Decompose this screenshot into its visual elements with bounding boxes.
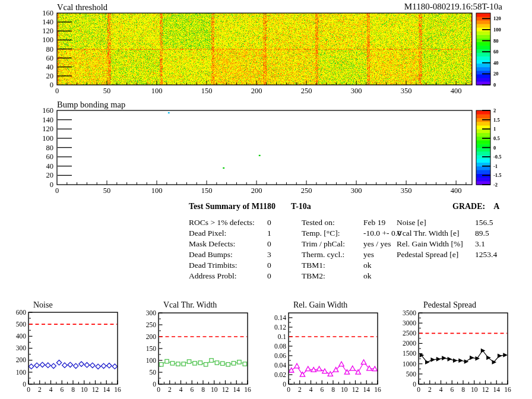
- pedestal-plot-marker: [430, 357, 435, 362]
- vcal-colorbar-band: [476, 42, 490, 46]
- bump-map-x-tick-label: 400: [451, 186, 462, 195]
- vcal-colorbar-tick-label: 100: [493, 27, 501, 33]
- vcal-width-plot-x-tick-label: 6: [190, 386, 194, 393]
- plots-svg: 0204060801001201401600501001502002503003…: [0, 0, 532, 399]
- gain-width-plot-x-tick-label: 6: [320, 386, 324, 393]
- summary-row: Therm. cycl.:yes: [302, 249, 401, 260]
- vcal-map-y-tick-label: 20: [46, 72, 54, 80]
- pedestal-plot-y-tick-label: 3000: [403, 319, 416, 327]
- summary-subtitle: T-10a: [291, 202, 311, 211]
- bump-colorbar-band: [476, 148, 490, 152]
- row-value: 0: [267, 271, 271, 280]
- noise-plot-x-tick-label: 2: [38, 386, 42, 393]
- noise-plot-marker: [68, 362, 72, 367]
- vcal-width-plot-marker: [215, 361, 218, 365]
- bump-colorbar-band: [476, 178, 490, 182]
- pedestal-plot-x-tick-label: 14: [493, 386, 501, 393]
- vcal-map-x-tick-label: 200: [251, 87, 262, 95]
- noise-plot-marker: [112, 364, 117, 369]
- vcal-colorbar-band: [476, 13, 490, 17]
- vcal-colorbar-band: [476, 20, 490, 24]
- bump-map-y-tick-label: 40: [46, 162, 54, 170]
- row-value: 0: [267, 261, 271, 270]
- bump-map-x-tick-label: 100: [151, 186, 163, 195]
- noise-plot-marker: [34, 363, 39, 368]
- vcal-colorbar-band: [476, 49, 490, 53]
- row-label: Vcal Thr. Width [e]: [397, 228, 475, 239]
- vcal-map-x-tick-label: 100: [151, 87, 163, 95]
- row-label: Noise [e]: [397, 217, 475, 228]
- row-label: TBM2:: [302, 271, 363, 281]
- summary-row: Trim / phCal:yes / yes: [302, 239, 401, 249]
- bump-map-y-tick-label: 100: [42, 134, 53, 142]
- vcal-map-x-tick-label: 150: [201, 87, 213, 95]
- pedestal-plot-frame: [419, 313, 508, 384]
- grade: GRADE:A: [452, 202, 499, 211]
- bump-map-x-tick-label: 200: [251, 186, 262, 195]
- row-label: Dead Bumps:: [189, 249, 267, 260]
- noise-plot-y-tick-label: 600: [16, 309, 27, 316]
- row-value: ok: [363, 271, 372, 280]
- noise-plot-x-tick-label: 6: [60, 386, 64, 393]
- vcal-map-y-tick-label: 120: [42, 27, 53, 35]
- vcal-width-plot-y-tick-label: 250: [146, 321, 157, 328]
- pedestal-plot-marker: [453, 358, 458, 363]
- row-value: 1: [267, 229, 271, 238]
- summary-row: Rel. Gain Width [%]3.1: [397, 239, 497, 249]
- pedestal-plot-marker: [458, 358, 463, 363]
- results-column: Noise [e]156.5 Vcal Thr. Width [e]89.5 R…: [397, 217, 497, 260]
- vcal-width-plot-y-tick-label: 200: [146, 333, 157, 340]
- row-value: 0: [267, 218, 271, 227]
- noise-plot-y-tick-label: 300: [16, 344, 27, 352]
- pedestal-plot-marker: [442, 356, 446, 360]
- vcal-width-plot-marker: [193, 362, 197, 365]
- bump-map-y-tick-label: 140: [42, 116, 53, 124]
- gain-width-plot-marker: [306, 366, 311, 371]
- noise-plot-marker: [107, 363, 112, 368]
- vcal-colorbar-band: [476, 67, 490, 71]
- bump-colorbar-band: [476, 133, 490, 137]
- vcal-colorbar-band: [476, 78, 490, 82]
- vcal-width-plot-marker: [226, 363, 230, 366]
- vcal-colorbar-band: [476, 38, 490, 42]
- vcal-width-plot-x-tick-label: 14: [233, 386, 240, 393]
- gain-width-plot-marker: [356, 370, 360, 375]
- vcal-width-plot-marker: [182, 362, 185, 366]
- vcal-map-x-tick-label: 350: [401, 87, 412, 95]
- gain-width-plot-y-tick-label: 0.02: [274, 371, 286, 378]
- vcal-colorbar-tick-label: 60: [493, 49, 499, 55]
- bump-colorbar-band: [476, 114, 490, 118]
- pedestal-plot-y-tick-label: 2500: [403, 330, 416, 337]
- bump-map-x-tick-label: 150: [201, 186, 213, 195]
- noise-plot-x-tick-label: 12: [92, 386, 99, 393]
- bump-colorbar-band: [476, 122, 490, 126]
- noise-plot-title: Noise: [33, 300, 53, 310]
- vcal-width-plot-x-tick-label: 2: [168, 386, 172, 393]
- noise-plot-marker: [46, 363, 50, 368]
- vcal-width-plot-x-tick-label: 10: [211, 386, 218, 393]
- grade-label: GRADE:: [452, 202, 485, 211]
- vcal-map-frame: [57, 13, 472, 85]
- bump-bonding-title: Bump bonding map: [57, 100, 125, 110]
- row-label: Mask Defects:: [189, 239, 267, 249]
- bump-colorbar-band: [476, 110, 490, 115]
- vcal-map-x-tick-label: 250: [301, 87, 312, 95]
- row-value: 1253.4: [475, 250, 497, 259]
- row-label: ROCs > 1% defects:: [189, 217, 267, 228]
- bump-colorbar-tick-label: 0.5: [493, 135, 500, 141]
- bump-colorbar-band: [476, 170, 490, 174]
- pedestal-plot-y-tick-label: 1000: [403, 360, 416, 368]
- noise-plot-x-tick-label: 8: [71, 386, 75, 393]
- noise-plot-marker: [90, 363, 95, 368]
- vcal-width-plot-y-tick-label: 0: [153, 381, 156, 388]
- vcal-width-plot-marker: [159, 363, 163, 366]
- pedestal-plot-x-tick-label: 4: [439, 386, 443, 393]
- vcal-map-x-tick-label: 0: [55, 87, 59, 95]
- row-value: 3: [267, 250, 271, 259]
- noise-plot-y-tick-label: 0: [23, 381, 26, 388]
- vcal-map-x-tick-label: 50: [103, 87, 111, 95]
- vcal-width-plot-marker: [238, 360, 241, 364]
- pedestal-plot-y-tick-label: 0: [413, 381, 416, 388]
- vcal-width-plot-x-tick-label: 8: [201, 386, 205, 393]
- summary-row: TBM2:ok: [302, 271, 401, 281]
